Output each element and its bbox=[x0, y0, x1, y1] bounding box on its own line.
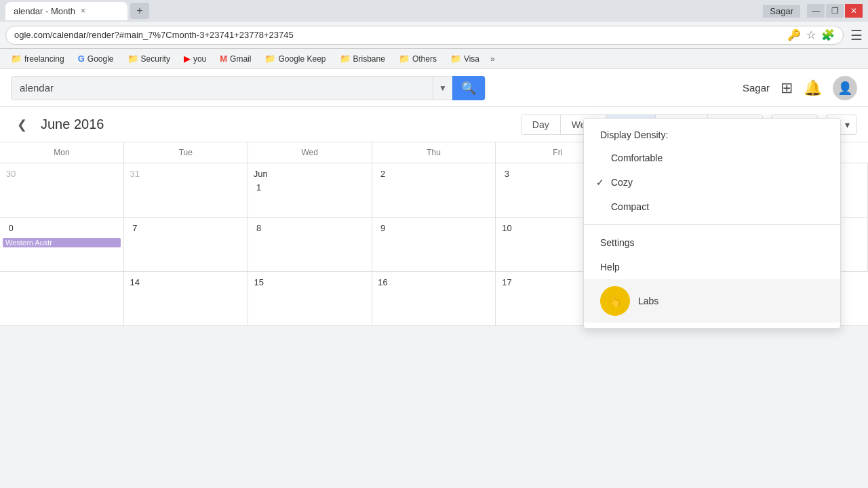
gmail-icon: M bbox=[220, 54, 227, 64]
cal-cell[interactable]: 31 bbox=[124, 163, 248, 218]
day-number: 2 bbox=[375, 166, 391, 182]
bookmark-label: Others bbox=[412, 54, 437, 64]
cal-cell[interactable]: 2 bbox=[372, 163, 496, 218]
dropdown-title: Display Density: bbox=[584, 124, 840, 146]
header-right: Sagar ⊞ 🔔 👤 bbox=[743, 76, 857, 100]
density-compact-option[interactable]: Compact bbox=[584, 195, 840, 219]
day-number: 14 bbox=[127, 274, 143, 291]
bookmark-label: Gmail bbox=[230, 54, 251, 64]
cozy-label: Cozy bbox=[611, 177, 633, 188]
cal-cell[interactable]: 30 bbox=[0, 163, 124, 218]
day-header-mon: Mon bbox=[0, 142, 124, 163]
folder-icon: 📁 bbox=[11, 54, 22, 64]
bookmark-brisbane[interactable]: 📁 Brisbane bbox=[334, 52, 391, 65]
new-tab-btn[interactable]: + bbox=[130, 3, 149, 19]
folder-icon: 📁 bbox=[264, 54, 275, 64]
bookmark-google-keep[interactable]: 📁 Google Keep bbox=[259, 52, 331, 65]
day-number: 7 bbox=[127, 220, 143, 237]
bookmarks-bar: 📁 freelancing G Google 📁 Security ▶ you … bbox=[0, 49, 868, 69]
help-menu-item[interactable]: Help bbox=[584, 255, 840, 279]
cal-cell[interactable]: 7 bbox=[124, 218, 248, 272]
window-user: Sagar bbox=[763, 5, 800, 18]
user-avatar[interactable]: 👤 bbox=[833, 76, 857, 100]
search-container: alendar ▼ 🔍 bbox=[11, 76, 486, 100]
day-number: 15 bbox=[251, 274, 267, 291]
day-header-tue: Tue bbox=[124, 142, 248, 163]
notifications-bell-icon[interactable]: 🔔 bbox=[804, 79, 822, 97]
browser-navbar: ogle.com/calendar/render?#main_7%7Cmonth… bbox=[0, 22, 868, 49]
pocket-icon[interactable]: 🔑 bbox=[787, 28, 801, 41]
cal-cell[interactable]: 15 bbox=[248, 272, 372, 326]
tab-close-btn[interactable]: × bbox=[81, 6, 85, 16]
bookmark-security[interactable]: 📁 Security bbox=[122, 52, 176, 65]
cal-cell[interactable] bbox=[0, 272, 124, 326]
day-number: 3 bbox=[498, 166, 515, 182]
search-button[interactable]: 🔍 bbox=[452, 76, 485, 100]
labs-circle-icon: 👆 bbox=[600, 286, 630, 316]
cal-cell[interactable]: 9 bbox=[372, 218, 496, 272]
day-number: 30 bbox=[3, 166, 19, 182]
prev-month-btn[interactable]: ❮ bbox=[11, 114, 33, 136]
browser-menu-icon[interactable]: ☰ bbox=[850, 27, 863, 43]
bookmark-gmail[interactable]: M Gmail bbox=[214, 52, 256, 65]
density-comfortable-option[interactable]: Comfortable bbox=[584, 146, 840, 170]
bookmark-google[interactable]: G Google bbox=[73, 52, 119, 65]
settings-menu-item[interactable]: Settings bbox=[584, 230, 840, 255]
cal-cell[interactable]: 8 bbox=[248, 218, 372, 272]
compact-label: Compact bbox=[611, 201, 649, 212]
bookmark-label: freelancing bbox=[24, 54, 64, 64]
active-tab[interactable]: alendar - Month × bbox=[5, 2, 127, 20]
density-cozy-option[interactable]: Cozy bbox=[584, 170, 840, 195]
address-icons: 🔑 ☆ 🧩 bbox=[787, 28, 835, 41]
event-bar[interactable]: Western Austr bbox=[3, 238, 121, 247]
day-number: 0 bbox=[3, 220, 19, 237]
day-number: 8 bbox=[251, 220, 267, 237]
address-text: ogle.com/calendar/render?#main_7%7Cmonth… bbox=[14, 30, 294, 40]
bookmark-label: Security bbox=[141, 54, 170, 64]
search-input[interactable]: alendar bbox=[12, 82, 433, 94]
maximize-btn[interactable]: ❐ bbox=[826, 4, 844, 18]
bookmark-label: Google bbox=[87, 54, 114, 64]
day-header-wed: Wed bbox=[248, 142, 372, 163]
google-icon: G bbox=[78, 54, 85, 64]
puzzle-icon[interactable]: 🧩 bbox=[821, 28, 835, 41]
tab-title: alendar - Month bbox=[14, 6, 75, 16]
address-bar[interactable]: ogle.com/calendar/render?#main_7%7Cmonth… bbox=[5, 26, 844, 45]
labs-label: Labs bbox=[638, 296, 658, 306]
bookmark-label: Visa bbox=[464, 54, 479, 64]
browser-titlebar: alendar - Month × + Sagar — ❐ ✕ bbox=[0, 0, 868, 22]
bookmark-you[interactable]: ▶ you bbox=[178, 52, 212, 65]
folder-icon: 📁 bbox=[450, 54, 461, 64]
day-header-thu: Thu bbox=[372, 142, 496, 163]
cal-cell[interactable]: Jun 1 bbox=[248, 163, 372, 218]
day-number: 16 bbox=[375, 274, 391, 291]
labs-cursor-icon: 👆 bbox=[608, 295, 622, 308]
search-dropdown-btn[interactable]: ▼ bbox=[433, 77, 452, 100]
app-header: alendar ▼ 🔍 Sagar ⊞ 🔔 👤 bbox=[0, 69, 868, 107]
day-number: Jun 1 bbox=[251, 166, 267, 182]
youtube-icon: ▶ bbox=[184, 54, 191, 64]
current-month-label: June 2016 bbox=[41, 117, 104, 132]
cal-cell[interactable]: 0 Western Austr bbox=[0, 218, 124, 272]
day-number: 9 bbox=[375, 220, 391, 237]
bookmark-label: Google Keep bbox=[278, 54, 326, 64]
day-number: 31 bbox=[127, 166, 143, 182]
minimize-btn[interactable]: — bbox=[807, 4, 825, 18]
labs-menu-item[interactable]: 👆 Labs bbox=[584, 279, 840, 323]
tab-day[interactable]: Day bbox=[521, 115, 561, 134]
bookmark-others[interactable]: 📁 Others bbox=[393, 52, 442, 65]
dropdown-divider bbox=[584, 224, 840, 225]
bookmark-visa[interactable]: 📁 Visa bbox=[445, 52, 485, 65]
day-number: 10 bbox=[498, 220, 515, 237]
star-icon[interactable]: ☆ bbox=[806, 28, 816, 41]
bookmarks-more[interactable]: » bbox=[490, 54, 495, 64]
close-btn[interactable]: ✕ bbox=[845, 4, 863, 18]
cal-cell[interactable]: 14 bbox=[124, 272, 248, 326]
settings-dropdown-menu: Display Density: Comfortable Cozy Compac… bbox=[583, 118, 841, 329]
cal-cell[interactable]: 16 bbox=[372, 272, 496, 326]
folder-icon: 📁 bbox=[399, 54, 410, 64]
folder-icon: 📁 bbox=[340, 54, 351, 64]
bookmark-freelancing[interactable]: 📁 freelancing bbox=[5, 52, 70, 65]
apps-grid-icon[interactable]: ⊞ bbox=[781, 79, 793, 97]
bookmark-label: you bbox=[193, 54, 206, 64]
